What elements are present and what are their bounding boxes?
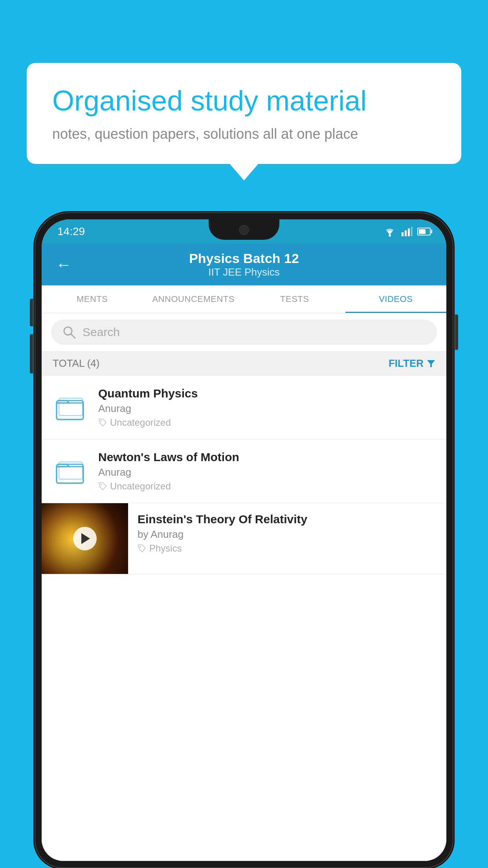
list-item-video[interactable]: Einstein's Theory Of Relativity by Anura… (42, 503, 446, 574)
item-icon (53, 390, 87, 425)
app-header: ← Physics Batch 12 IIT JEE Physics (42, 244, 446, 285)
item-tag: Uncategorized (98, 417, 435, 428)
svg-rect-4 (411, 227, 413, 236)
phone-screen: 14:29 (42, 219, 446, 861)
svg-rect-1 (402, 232, 404, 236)
item-author: Anurag (98, 403, 435, 415)
power-button (455, 314, 458, 350)
item-icon (53, 454, 87, 489)
video-title: Einstein's Theory Of Relativity (138, 513, 437, 526)
signal-icon (402, 227, 413, 236)
video-tag: Physics (138, 543, 437, 554)
svg-rect-2 (405, 230, 407, 236)
tab-announcements[interactable]: ANNOUNCEMENTS (143, 285, 244, 313)
item-details: Quantum Physics Anurag Uncategorized (98, 387, 435, 428)
item-tag: Uncategorized (98, 481, 435, 492)
speech-bubble-container: Organised study material notes, question… (27, 63, 461, 164)
tab-videos[interactable]: VIDEOS (345, 285, 447, 313)
item-title: Newton's Laws of Motion (98, 451, 435, 464)
bubble-title: Organised study material (52, 85, 436, 117)
status-icons (383, 226, 431, 237)
volume-up-button (30, 299, 33, 326)
play-triangle-icon (81, 533, 90, 544)
tab-ments[interactable]: MENTS (42, 285, 143, 313)
video-author: by Anurag (138, 528, 437, 541)
video-thumbnail (42, 503, 128, 574)
tabs-bar: MENTS ANNOUNCEMENTS TESTS VIDEOS (42, 285, 446, 313)
phone-frame: 14:29 (35, 212, 453, 868)
battery-fill (419, 229, 426, 234)
tag-icon (98, 418, 107, 427)
filter-button[interactable]: FILTER (389, 357, 435, 370)
volume-down-button (30, 334, 33, 373)
filter-bar: TOTAL (4) FILTER (42, 351, 446, 376)
wifi-icon (383, 226, 397, 237)
total-label: TOTAL (4) (53, 357, 99, 370)
speech-bubble: Organised study material notes, question… (27, 63, 461, 164)
filter-label: FILTER (389, 357, 424, 370)
search-bar[interactable]: Search (51, 320, 437, 345)
phone-camera (239, 225, 249, 235)
svg-point-16 (139, 546, 141, 548)
svg-rect-3 (408, 228, 410, 236)
battery-icon (417, 228, 431, 235)
header-text: Physics Batch 12 IIT JEE Physics (83, 251, 405, 278)
tab-tests[interactable]: TESTS (244, 285, 345, 313)
header-subtitle: IIT JEE Physics (83, 266, 405, 278)
tag-icon (98, 482, 107, 491)
tag-label: Uncategorized (110, 417, 171, 428)
tag-label: Uncategorized (110, 481, 171, 492)
item-details: Newton's Laws of Motion Anurag Uncategor… (98, 451, 435, 492)
svg-line-6 (71, 334, 75, 338)
search-container: Search (42, 313, 446, 351)
item-author: Anurag (98, 466, 435, 478)
filter-funnel-icon (427, 359, 435, 368)
back-button[interactable]: ← (56, 256, 72, 274)
search-placeholder: Search (83, 326, 120, 339)
list-item[interactable]: Quantum Physics Anurag Uncategorized (42, 376, 446, 440)
folder-icon (56, 458, 84, 485)
svg-rect-13 (57, 467, 83, 483)
svg-point-15 (100, 484, 102, 485)
svg-marker-7 (427, 360, 435, 367)
play-button[interactable] (73, 527, 97, 550)
header-title: Physics Batch 12 (83, 251, 405, 266)
folder-icon (56, 394, 84, 421)
svg-point-11 (100, 420, 102, 422)
svg-rect-9 (57, 403, 83, 419)
status-time: 14:29 (57, 225, 85, 238)
video-details: Einstein's Theory Of Relativity by Anura… (128, 503, 446, 563)
phone-notch (209, 219, 279, 240)
tag-label: Physics (149, 543, 182, 554)
content-list: Quantum Physics Anurag Uncategorized (42, 376, 446, 861)
item-title: Quantum Physics (98, 387, 435, 400)
tag-icon (138, 544, 146, 553)
list-item[interactable]: Newton's Laws of Motion Anurag Uncategor… (42, 440, 446, 503)
search-icon (62, 325, 76, 339)
svg-point-0 (389, 234, 391, 237)
phone-wrapper: 14:29 (35, 212, 453, 868)
bubble-subtitle: notes, question papers, solutions all at… (52, 126, 436, 142)
